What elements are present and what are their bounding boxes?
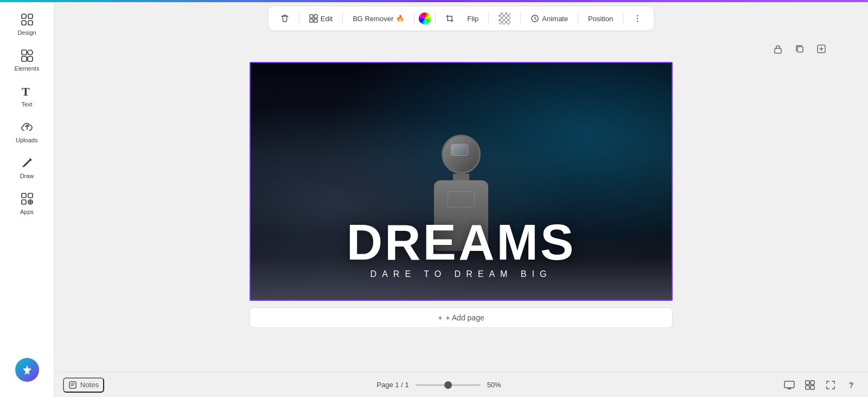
canvas-subtitle: DARE TO DREAM BIG [251, 269, 672, 279]
magic-assistant-button[interactable] [15, 358, 39, 382]
svg-point-22 [637, 18, 638, 19]
checker-icon [499, 12, 510, 24]
divider-6 [520, 12, 521, 25]
svg-rect-36 [810, 386, 814, 389]
canvas-title: DREAMS [251, 217, 672, 267]
lock-icon [773, 44, 783, 54]
toolbar-inner: Edit BG Remover 🔥 [269, 7, 654, 30]
fullscreen-icon [826, 380, 835, 390]
animate-icon [531, 14, 539, 23]
position-label: Position [588, 15, 613, 23]
zoom-thumb [444, 381, 452, 389]
elements-label: Elements [15, 65, 40, 72]
canvas-wrapper: DREAMS DARE TO DREAM BIG + + Add page [54, 35, 868, 372]
delete-button[interactable] [275, 11, 295, 26]
bottom-bar: Notes Page 1 / 1 50% [54, 372, 868, 397]
bottom-left: Notes [63, 377, 104, 393]
zoom-slider[interactable] [416, 384, 481, 386]
text-icon: T [20, 84, 35, 99]
divider-2 [342, 12, 343, 25]
svg-rect-24 [775, 48, 781, 53]
grid-view-button[interactable] [802, 377, 818, 393]
sidebar-item-apps[interactable]: Apps [5, 186, 49, 220]
design-canvas[interactable]: DREAMS DARE TO DREAM BIG [250, 62, 673, 301]
visor [451, 144, 468, 156]
svg-rect-3 [28, 21, 33, 25]
design-label: Design [17, 29, 36, 36]
crop-button[interactable] [440, 11, 459, 26]
svg-rect-11 [22, 200, 26, 204]
divider-4 [435, 12, 436, 25]
help-button[interactable]: ? [843, 377, 859, 393]
sidebar-bottom [0, 358, 54, 397]
edit-button[interactable]: Edit [304, 11, 338, 26]
add-page-label: + Add page [445, 313, 484, 322]
trash-icon [280, 14, 289, 23]
svg-rect-7 [28, 56, 33, 61]
position-button[interactable]: Position [583, 12, 618, 26]
color-picker-button[interactable] [419, 12, 431, 24]
svg-rect-16 [310, 15, 313, 18]
add-page-button[interactable]: + + Add page [250, 307, 673, 328]
zoom-value: 50% [487, 381, 509, 389]
svg-rect-33 [806, 381, 809, 385]
edit-label: Edit [321, 15, 333, 23]
divider-1 [299, 12, 299, 25]
svg-rect-2 [22, 21, 26, 25]
notes-icon [68, 381, 77, 389]
desktop-icon [784, 381, 795, 389]
more-icon [633, 14, 642, 23]
svg-rect-1 [28, 14, 33, 18]
svg-rect-6 [22, 56, 27, 61]
svg-rect-30 [784, 381, 794, 388]
copy-icon [795, 44, 805, 54]
svg-point-23 [637, 21, 638, 22]
divider-8 [623, 12, 623, 25]
sidebar-item-design[interactable]: Design [5, 7, 49, 41]
copy-button[interactable] [791, 40, 808, 58]
lock-button[interactable] [769, 40, 787, 58]
svg-rect-0 [22, 14, 26, 18]
animate-button[interactable]: Animate [525, 11, 573, 26]
sidebar-item-text[interactable]: T Text [5, 78, 49, 113]
svg-rect-18 [310, 19, 313, 22]
more-options-button[interactable] [628, 11, 647, 26]
draw-icon [20, 155, 35, 171]
notes-button[interactable]: Notes [63, 377, 104, 393]
svg-rect-35 [806, 386, 809, 389]
svg-rect-27 [69, 382, 76, 388]
divider-3 [414, 12, 414, 25]
design-icon [20, 12, 35, 27]
sidebar-item-uploads[interactable]: Uploads [5, 114, 49, 149]
help-label: ? [849, 381, 854, 389]
flip-button[interactable]: Flip [462, 12, 484, 26]
checker-button[interactable] [493, 10, 516, 27]
canvas-top-icons [769, 40, 830, 58]
edit-icon [309, 14, 318, 23]
svg-point-5 [28, 50, 33, 55]
bg-remover-button[interactable]: BG Remover 🔥 [347, 12, 410, 26]
add-page-icon: + [438, 313, 442, 322]
add-icon [816, 44, 826, 54]
crop-icon [445, 14, 454, 23]
sidebar-nav: Design Elements T [0, 2, 54, 358]
bottom-right: ? [781, 377, 859, 393]
sidebar-item-elements[interactable]: Elements [5, 42, 49, 77]
svg-rect-10 [28, 193, 33, 198]
svg-text:T: T [22, 85, 30, 98]
svg-rect-19 [314, 19, 317, 22]
animate-label: Animate [542, 15, 568, 23]
bg-remover-label: BG Remover [353, 15, 393, 23]
fullscreen-button[interactable] [822, 377, 839, 393]
fire-badge: 🔥 [396, 15, 404, 22]
uploads-icon [20, 119, 35, 135]
sidebar-item-draw[interactable]: Draw [5, 150, 49, 185]
svg-point-15 [25, 368, 29, 371]
add-to-page-button[interactable] [813, 40, 830, 58]
desktop-view-button[interactable] [781, 377, 797, 393]
elements-icon [20, 48, 35, 63]
draw-label: Draw [20, 173, 34, 179]
svg-rect-17 [314, 15, 317, 18]
sidebar: Design Elements T [0, 2, 54, 397]
flip-label: Flip [467, 15, 478, 23]
